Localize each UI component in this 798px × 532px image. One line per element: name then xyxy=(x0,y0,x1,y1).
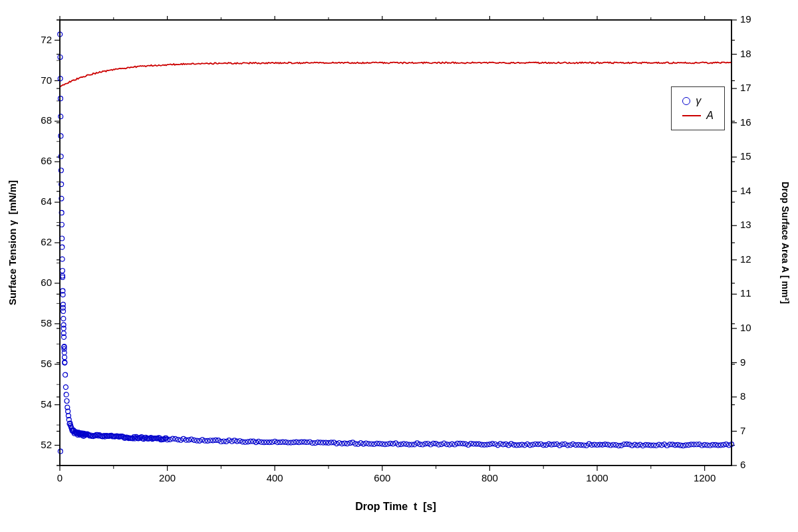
legend: γ A xyxy=(671,86,725,130)
chart-container: γ A xyxy=(0,0,798,532)
legend-gamma-symbol xyxy=(682,97,690,105)
legend-area-label: A xyxy=(706,110,714,122)
legend-gamma-label: γ xyxy=(696,95,701,107)
legend-gamma: γ xyxy=(682,95,714,107)
legend-area-symbol xyxy=(682,115,701,116)
legend-area: A xyxy=(682,110,714,122)
